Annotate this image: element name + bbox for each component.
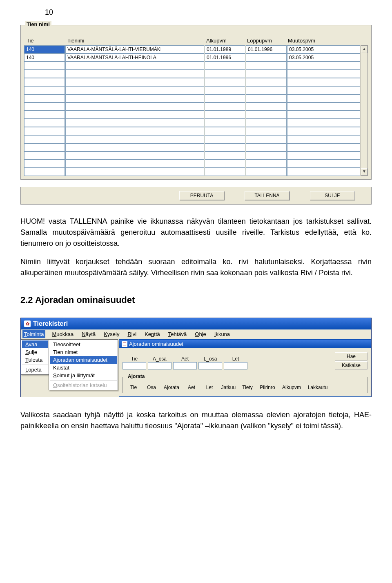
- input-aet[interactable]: [173, 362, 197, 369]
- submenu-item-ajoradan-ominaisuudet[interactable]: Ajoradan ominaisuudet: [50, 356, 117, 364]
- cell-tienimi[interactable]: [65, 94, 204, 102]
- cell-muutospvm[interactable]: [287, 111, 360, 119]
- table-row[interactable]: [24, 160, 361, 168]
- cell-loppupvm[interactable]: [246, 102, 287, 111]
- menu-kysely[interactable]: Kysely: [102, 330, 121, 338]
- table-row[interactable]: [24, 168, 361, 176]
- table-row[interactable]: [24, 143, 361, 151]
- cell-alkupvm[interactable]: [205, 151, 245, 160]
- avaa-submenu[interactable]: TieosoitteetTien nimetAjoradan ominaisuu…: [49, 339, 118, 390]
- cell-alkupvm[interactable]: [205, 135, 245, 143]
- cell-tie[interactable]: [24, 111, 65, 119]
- cell-muutospvm[interactable]: [287, 135, 360, 143]
- katkaise-button[interactable]: Katkaise: [335, 361, 368, 369]
- cell-loppupvm[interactable]: [246, 94, 287, 102]
- cell-tie[interactable]: [24, 151, 65, 160]
- menu-ohje[interactable]: Ohje: [193, 330, 207, 338]
- table-row[interactable]: [24, 94, 361, 102]
- cell-loppupvm[interactable]: [246, 151, 287, 160]
- cell-alkupvm[interactable]: [205, 70, 245, 78]
- cell-loppupvm[interactable]: [246, 168, 287, 176]
- submenu-item-tien-nimet[interactable]: Tien nimet: [50, 348, 117, 356]
- cell-alkupvm[interactable]: [205, 168, 245, 176]
- input-tie[interactable]: [122, 362, 146, 369]
- cell-tie[interactable]: [24, 94, 65, 102]
- menu-kenttä[interactable]: Kenttä: [143, 330, 162, 338]
- cell-tienimi[interactable]: [65, 78, 204, 86]
- cell-alkupvm[interactable]: [205, 62, 245, 70]
- input-a_osa[interactable]: [148, 362, 172, 369]
- cell-tienimi[interactable]: [65, 70, 204, 78]
- cell-muutospvm[interactable]: [287, 86, 360, 94]
- scroll-down-icon[interactable]: ▼: [361, 168, 368, 176]
- toiminta-dropdown[interactable]: AvaaSuljeTulostaLopeta: [21, 339, 49, 375]
- cell-alkupvm[interactable]: [205, 160, 245, 168]
- cell-muutospvm[interactable]: [287, 160, 360, 168]
- input-let[interactable]: [224, 362, 247, 369]
- cell-loppupvm[interactable]: [246, 111, 287, 119]
- cell-tienimi[interactable]: [65, 151, 204, 160]
- cell-tienimi[interactable]: [65, 135, 204, 143]
- cell-tienimi[interactable]: VAARALA-MÄNTSÄLÄ-LAHTI-VIERUMÄKI: [65, 45, 204, 53]
- table-row[interactable]: [24, 119, 361, 127]
- table-row[interactable]: [24, 102, 361, 111]
- cell-tie[interactable]: [24, 86, 65, 94]
- vertical-scrollbar[interactable]: ▲ ▼: [361, 45, 368, 176]
- table-row[interactable]: [24, 70, 361, 78]
- submenu-item-kaistat[interactable]: Kaistat: [50, 364, 117, 372]
- cell-muutospvm[interactable]: 03.05.2005: [287, 53, 360, 62]
- cell-loppupvm[interactable]: [246, 62, 287, 70]
- cell-loppupvm[interactable]: 01.01.1996: [246, 45, 287, 53]
- cell-alkupvm[interactable]: [205, 119, 245, 127]
- dropdown-item-avaa[interactable]: Avaa: [22, 340, 48, 348]
- cell-muutospvm[interactable]: [287, 168, 360, 176]
- cell-alkupvm[interactable]: [205, 86, 245, 94]
- submenu-item-tieosoitteet[interactable]: Tieosoitteet: [50, 340, 117, 348]
- cell-muutospvm[interactable]: [287, 78, 360, 86]
- cell-muutospvm[interactable]: [287, 119, 360, 127]
- cell-alkupvm[interactable]: [205, 127, 245, 135]
- table-row[interactable]: [24, 111, 361, 119]
- cell-alkupvm[interactable]: 01.01.1989: [205, 45, 245, 53]
- menu-muokkaa[interactable]: Muokkaa: [50, 330, 75, 338]
- cell-loppupvm[interactable]: [246, 70, 287, 78]
- sulje-button[interactable]: SULJE: [310, 191, 355, 200]
- cell-tie[interactable]: [24, 143, 65, 151]
- hae-button[interactable]: Hae: [335, 352, 368, 360]
- cell-tienimi[interactable]: VAARALA-MÄNTSÄLÄ-LAHTI-HEINOLA: [65, 53, 204, 62]
- dropdown-item-tulosta[interactable]: Tulosta: [22, 356, 48, 364]
- scroll-up-icon[interactable]: ▲: [361, 46, 368, 53]
- table-row[interactable]: 140VAARALA-MÄNTSÄLÄ-LAHTI-VIERUMÄKI01.01…: [24, 45, 361, 53]
- cell-alkupvm[interactable]: [205, 78, 245, 86]
- cell-tie[interactable]: [24, 102, 65, 111]
- cell-muutospvm[interactable]: [287, 102, 360, 111]
- cell-muutospvm[interactable]: [287, 70, 360, 78]
- table-row[interactable]: [24, 62, 361, 70]
- cell-loppupvm[interactable]: [246, 160, 287, 168]
- table-row[interactable]: [24, 151, 361, 160]
- cell-tie[interactable]: [24, 70, 65, 78]
- cell-tienimi[interactable]: [65, 168, 204, 176]
- cell-tienimi[interactable]: [65, 143, 204, 151]
- cell-loppupvm[interactable]: [246, 86, 287, 94]
- cell-tienimi[interactable]: [65, 102, 204, 111]
- cell-tie[interactable]: [24, 160, 65, 168]
- peruuta-button[interactable]: PERUUTA: [179, 191, 224, 200]
- menu-rivi[interactable]: Rivi: [126, 330, 138, 338]
- cell-loppupvm[interactable]: [246, 78, 287, 86]
- table-row[interactable]: [24, 86, 361, 94]
- cell-alkupvm[interactable]: 01.01.1996: [205, 53, 245, 62]
- cell-loppupvm[interactable]: [246, 135, 287, 143]
- cell-tie[interactable]: [24, 135, 65, 143]
- cell-tienimi[interactable]: [65, 62, 204, 70]
- cell-loppupvm[interactable]: [246, 127, 287, 135]
- cell-tienimi[interactable]: [65, 86, 204, 94]
- table-row[interactable]: [24, 135, 361, 143]
- cell-muutospvm[interactable]: 03.05.2005: [287, 45, 360, 53]
- cell-tie[interactable]: [24, 119, 65, 127]
- cell-muutospvm[interactable]: [287, 143, 360, 151]
- cell-alkupvm[interactable]: [205, 111, 245, 119]
- table-row[interactable]: [24, 78, 361, 86]
- input-l_osa[interactable]: [198, 362, 222, 369]
- cell-loppupvm[interactable]: [246, 53, 287, 62]
